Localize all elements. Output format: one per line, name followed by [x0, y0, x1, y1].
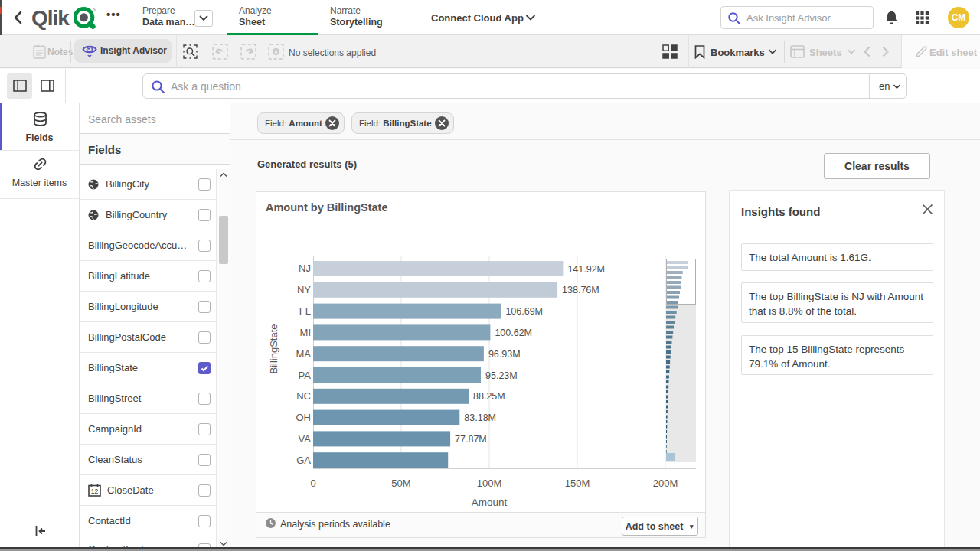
svg-text:12: 12: [91, 487, 99, 495]
svg-text:100.62M: 100.62M: [495, 328, 532, 338]
svg-text:NY: NY: [297, 284, 311, 295]
svg-text:141.92M: 141.92M: [567, 264, 605, 275]
svg-text:OH: OH: [296, 412, 312, 423]
svg-text:NC: NC: [296, 390, 311, 402]
svg-text:138.76M: 138.76M: [562, 285, 599, 295]
svg-text:VA: VA: [299, 433, 312, 445]
svg-text:83.18M: 83.18M: [464, 412, 496, 423]
svg-text:MI: MI: [300, 327, 311, 338]
svg-text:95.23M: 95.23M: [485, 370, 518, 381]
svg-text:50M: 50M: [391, 478, 410, 489]
svg-text:NJ: NJ: [299, 262, 311, 274]
svg-text:Amount: Amount: [472, 497, 508, 508]
svg-text:PA: PA: [299, 370, 312, 381]
svg-text:BillingState: BillingState: [268, 324, 279, 373]
svg-text:88.25M: 88.25M: [473, 391, 505, 402]
svg-text:96.93M: 96.93M: [488, 349, 521, 360]
svg-text:77.87M: 77.87M: [455, 434, 487, 445]
svg-text:MA: MA: [296, 348, 312, 360]
svg-text:200M: 200M: [653, 478, 678, 489]
svg-text:106.69M: 106.69M: [505, 306, 543, 317]
svg-text:0: 0: [310, 478, 315, 489]
svg-text:FL: FL: [299, 305, 311, 317]
svg-text:GA: GA: [296, 455, 311, 466]
svg-text:150M: 150M: [565, 478, 590, 489]
svg-text:100M: 100M: [477, 478, 502, 489]
